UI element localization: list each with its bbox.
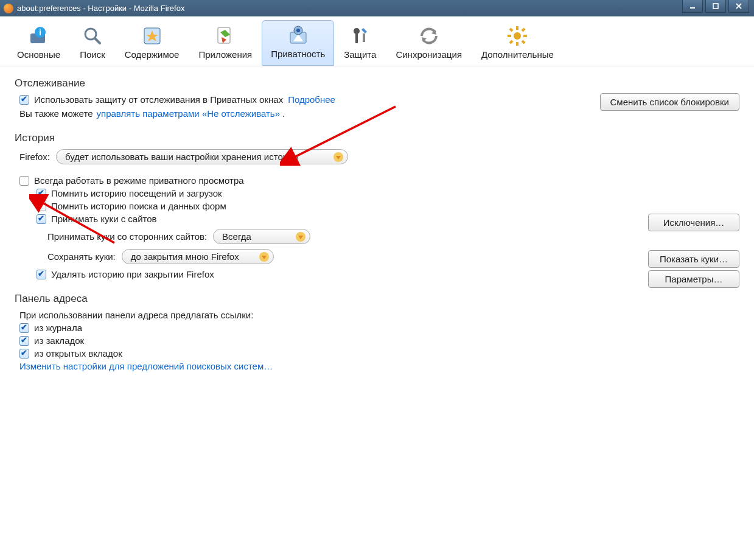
keep-until-value: до закрытия мною Firefox xyxy=(131,251,239,262)
svg-point-18 xyxy=(354,28,360,34)
tracking-learn-more-link[interactable]: Подробнее xyxy=(288,94,335,105)
chevron-down-icon xyxy=(333,152,344,163)
suggest-history-checkbox[interactable] xyxy=(19,323,29,333)
suggest-history-label: из журнала xyxy=(34,323,82,333)
clear-on-close-row: Удалять историю при закрытии Firefox xyxy=(37,269,739,279)
svg-text:i: i xyxy=(39,27,41,37)
third-party-label: Принимать куки со сторонних сайтов: xyxy=(47,231,207,242)
remember-browsing-label: Помнить историю посещений и загрузок xyxy=(51,188,222,198)
tab-label: Приватность xyxy=(271,49,325,59)
firefox-label: Firefox: xyxy=(19,152,50,162)
always-private-row: Всегда работать в режиме приватного прос… xyxy=(19,175,739,186)
suggest-opentabs-checkbox[interactable] xyxy=(19,349,29,359)
remember-browsing-checkbox[interactable] xyxy=(37,189,46,198)
firefox-icon xyxy=(4,4,13,13)
tab-advanced[interactable]: Дополнительные xyxy=(472,20,564,66)
tab-sync[interactable]: Синхронизация xyxy=(386,20,472,66)
keep-until-label: Сохранять куки: xyxy=(47,251,116,262)
suggest-bookmarks-checkbox[interactable] xyxy=(19,336,29,346)
clear-on-close-label: Удалять историю при закрытии Firefox xyxy=(51,269,214,279)
suggest-opentabs-row: из открытых вкладок xyxy=(19,348,739,359)
svg-point-17 xyxy=(296,29,300,32)
tab-search[interactable]: Поиск xyxy=(70,20,115,66)
suggest-opentabs-label: из открытых вкладок xyxy=(34,348,122,359)
tab-label: Основные xyxy=(17,49,60,60)
history-heading: История xyxy=(15,132,739,144)
preferences-toolbar: i Основные Поиск Содержимое Приложения xyxy=(0,16,754,66)
svg-rect-19 xyxy=(355,33,358,43)
remember-browsing-row: Помнить историю посещений и загрузок xyxy=(37,188,739,198)
general-icon: i xyxy=(28,25,50,47)
search-icon xyxy=(82,25,103,47)
titlebar: about:preferences - Настройки - Mozilla … xyxy=(0,0,754,16)
svg-rect-20 xyxy=(363,33,365,42)
suggest-bookmarks-row: из закладок xyxy=(19,335,739,346)
third-party-row: Принимать куки со сторонних сайтов: Всег… xyxy=(47,229,739,244)
third-party-select[interactable]: Всегда xyxy=(213,229,310,244)
suggest-bookmarks-label: из закладок xyxy=(34,335,84,346)
addressbar-heading: Панель адреса xyxy=(15,293,739,305)
dnt-prefix: Вы также можете xyxy=(19,108,93,119)
tab-label: Содержимое xyxy=(125,49,180,60)
suggest-history-row: из журнала xyxy=(19,323,739,333)
remember-search-checkbox[interactable] xyxy=(37,201,46,211)
svg-line-8 xyxy=(95,38,100,43)
dnt-manage-link[interactable]: управлять параметрами «Не отслеживать» xyxy=(97,108,280,119)
tab-applications[interactable]: Приложения xyxy=(189,20,262,66)
svg-line-28 xyxy=(510,29,512,31)
tab-label: Защита xyxy=(344,49,376,60)
tab-content[interactable]: Содержимое xyxy=(115,20,189,66)
window-controls xyxy=(682,0,749,13)
tab-label: Синхронизация xyxy=(396,49,462,60)
clear-settings-button[interactable]: Параметры… xyxy=(648,270,739,288)
svg-line-30 xyxy=(522,29,525,31)
maximize-button[interactable] xyxy=(705,0,726,13)
preferences-window: about:preferences - Настройки - Mozilla … xyxy=(0,0,754,560)
keep-until-select[interactable]: до закрытия мною Firefox xyxy=(122,249,274,264)
svg-point-23 xyxy=(514,32,521,40)
keep-until-row: Сохранять куки: до закрытия мною Firefox xyxy=(47,249,739,264)
clear-on-close-checkbox[interactable] xyxy=(37,270,46,279)
chevron-down-icon xyxy=(259,251,270,262)
addressbar-intro: При использовании панели адреса предлага… xyxy=(19,310,739,320)
window-title: about:preferences - Настройки - Mozilla … xyxy=(17,4,750,13)
tracking-protection-label: Использовать защиту от отслеживания в Пр… xyxy=(34,94,283,105)
tab-label: Дополнительные xyxy=(481,49,554,60)
accept-cookies-label: Принимать куки с сайтов xyxy=(51,214,157,224)
content-icon xyxy=(141,25,163,47)
tab-label: Поиск xyxy=(80,49,105,60)
third-party-value: Всегда xyxy=(222,231,251,242)
tab-security[interactable]: Защита xyxy=(334,20,386,66)
remember-search-row: Помнить историю поиска и данных форм xyxy=(37,201,739,211)
tab-label: Приложения xyxy=(198,49,252,60)
always-private-label: Всегда работать в режиме приватного прос… xyxy=(34,175,244,186)
tracking-protection-checkbox[interactable] xyxy=(19,95,29,105)
tracking-heading: Отслеживание xyxy=(15,77,739,89)
accept-cookies-row: Принимать куки с сайтов xyxy=(37,214,739,224)
history-mode-row: Firefox: будет использовать ваши настрой… xyxy=(19,149,739,164)
remember-search-label: Помнить историю поиска и данных форм xyxy=(51,201,226,211)
dnt-suffix: . xyxy=(282,108,285,119)
security-icon xyxy=(349,25,371,47)
cookies-exceptions-button[interactable]: Исключения… xyxy=(648,214,739,231)
minimize-button[interactable] xyxy=(682,0,703,13)
history-mode-value: будет использовать ваши настройки хранен… xyxy=(65,152,298,162)
svg-line-31 xyxy=(510,41,512,43)
change-blocklist-button[interactable]: Сменить список блокировки xyxy=(600,93,739,111)
tab-general[interactable]: i Основные xyxy=(7,20,70,66)
applications-icon xyxy=(214,25,236,47)
svg-line-29 xyxy=(522,41,525,43)
svg-rect-1 xyxy=(713,4,718,9)
change-search-suggestions-link[interactable]: Изменить настройки для предложений поиск… xyxy=(19,361,273,371)
tab-privacy[interactable]: Приватность xyxy=(262,20,334,66)
advanced-icon xyxy=(506,25,528,47)
close-button[interactable] xyxy=(728,0,749,13)
always-private-checkbox[interactable] xyxy=(19,176,29,186)
sync-icon xyxy=(418,25,440,47)
chevron-down-icon xyxy=(295,231,306,242)
privacy-panel: Отслеживание Использовать защиту от отсл… xyxy=(0,66,754,560)
show-cookies-button[interactable]: Показать куки… xyxy=(648,250,739,268)
history-mode-select[interactable]: будет использовать ваши настройки хранен… xyxy=(56,149,348,164)
privacy-icon xyxy=(287,24,309,46)
accept-cookies-checkbox[interactable] xyxy=(37,214,46,224)
